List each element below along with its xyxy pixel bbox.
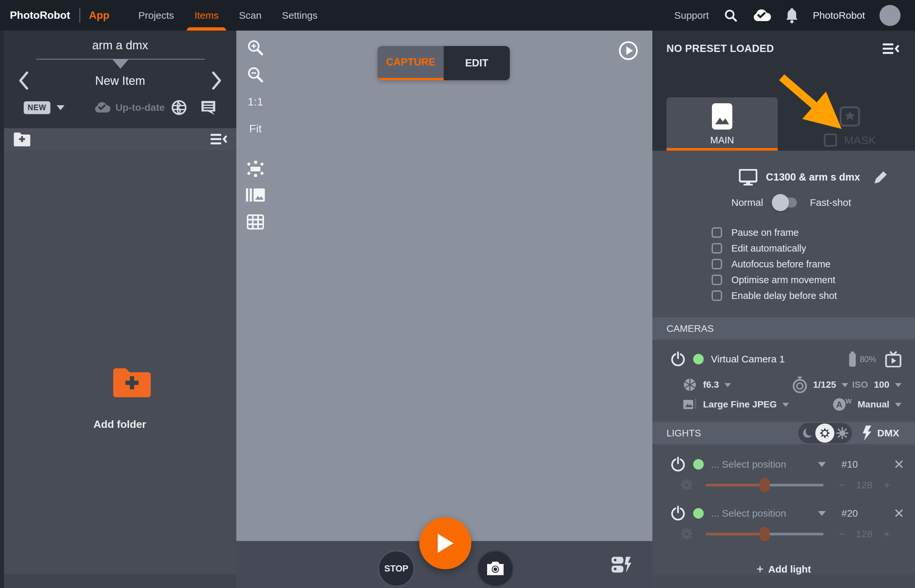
preset-title: NO PRESET LOADED — [667, 43, 774, 55]
test-shots-button[interactable]: Test shots — [4, 574, 236, 588]
tab-capture[interactable]: CAPTURE — [377, 46, 444, 80]
light-power-icon[interactable] — [671, 457, 685, 472]
tab-edit[interactable]: EDIT — [444, 46, 510, 80]
light-power-icon[interactable] — [671, 506, 685, 521]
edit-device-pencil-icon[interactable] — [873, 170, 888, 185]
support-link[interactable]: Support — [674, 10, 709, 21]
increase-button[interactable]: + — [884, 528, 890, 540]
caret-down-icon — [818, 510, 826, 516]
option-autofocus-before-frame[interactable]: Autofocus before frame — [712, 258, 837, 270]
light-intensity-slider[interactable] — [706, 533, 824, 535]
cameras-flash-icon[interactable] — [611, 556, 632, 573]
collapse-folder-list-icon[interactable] — [210, 132, 227, 146]
caret-down-icon — [895, 402, 902, 407]
aperture-value: f6.3 — [703, 380, 719, 390]
capture-canvas[interactable]: 1:1 Fit CAPTURE EDIT — [236, 31, 653, 541]
light-mode-pill[interactable] — [798, 423, 852, 443]
checkbox[interactable] — [712, 275, 722, 285]
stop-button[interactable]: STOP — [378, 550, 415, 587]
fast-shot-toggle[interactable] — [776, 198, 797, 207]
camera-name: Virtual Camera 1 — [711, 354, 785, 365]
account-name[interactable]: PhotoRobot — [813, 10, 865, 21]
light-intensity-slider[interactable] — [706, 484, 824, 486]
checkbox[interactable] — [712, 259, 722, 269]
brightness-auto-icon[interactable] — [815, 423, 834, 443]
checkbox[interactable] — [712, 227, 722, 238]
capture-edit-tabs: CAPTURE EDIT — [377, 46, 510, 80]
remove-light-icon[interactable]: ✕ — [893, 507, 904, 520]
moon-icon[interactable] — [802, 428, 813, 439]
add-folder-button[interactable]: Add folder — [4, 367, 236, 430]
white-balance-icon: AW — [833, 397, 852, 411]
add-light-button[interactable]: + Add light — [653, 562, 915, 576]
nav-item-projects[interactable]: Projects — [138, 0, 174, 31]
collapse-panel-icon[interactable] — [882, 42, 899, 55]
option-pause-on-frame[interactable]: Pause on frame — [712, 227, 837, 238]
mode-fastshot-label: Fast-shot — [810, 197, 851, 208]
cloud-sync-icon[interactable] — [752, 8, 771, 23]
white-balance-select[interactable]: AW Manual — [833, 397, 902, 411]
new-folder-icon[interactable] — [13, 132, 31, 146]
camera-icon — [486, 561, 505, 577]
brightness-icon — [680, 478, 693, 492]
checkbox[interactable] — [712, 243, 722, 254]
item-switcher: New Item — [4, 69, 236, 92]
status-caret-icon[interactable] — [56, 105, 65, 110]
option-edit-automatically[interactable]: Edit automatically — [712, 243, 837, 254]
light-position-select[interactable]: ... Select position — [711, 508, 786, 519]
battery-icon — [849, 352, 857, 367]
next-item-chevron-icon[interactable] — [211, 71, 222, 90]
comment-input[interactable] — [667, 586, 870, 588]
slider-knob[interactable] — [760, 478, 770, 492]
nav-item-settings[interactable]: Settings — [282, 0, 317, 31]
main-nav: Projects Items Scan Settings — [138, 0, 317, 31]
live-view-icon[interactable] — [885, 351, 902, 367]
option-optimise-arm-movement[interactable]: Optimise arm movement — [712, 274, 837, 286]
image-quality-select[interactable]: Large Fine JPEG — [683, 398, 789, 411]
start-capture-button[interactable] — [419, 517, 471, 569]
comments-icon[interactable] — [200, 100, 217, 115]
zoom-fit-button[interactable]: Fit — [243, 116, 268, 141]
grid-view-icon[interactable] — [243, 210, 268, 234]
checkbox[interactable] — [712, 291, 722, 301]
search-icon[interactable] — [724, 8, 738, 23]
light-status-dot — [693, 459, 704, 470]
device-name: C1300 & arm s dmx — [766, 171, 860, 183]
slider-fill — [706, 533, 764, 535]
remove-light-icon[interactable]: ✕ — [893, 458, 904, 471]
zoom-in-icon[interactable] — [243, 35, 268, 60]
zoom-out-icon[interactable] — [243, 62, 268, 87]
toggle-knob — [772, 194, 789, 211]
zoom-actual-button[interactable]: 1:1 — [243, 89, 268, 114]
tab-main[interactable]: MAIN — [667, 97, 778, 150]
play-preview-icon[interactable] — [618, 40, 638, 61]
dmx-toggle[interactable]: DMX — [862, 426, 899, 441]
photorobot-app: PhotoRobot App Projects Items Scan Setti… — [0, 0, 915, 588]
sun-icon[interactable] — [836, 427, 848, 439]
mask-checkbox[interactable] — [824, 134, 837, 147]
notifications-bell-icon[interactable] — [785, 8, 798, 23]
add-light-label: Add light — [768, 564, 811, 575]
light-position-select[interactable]: ... Select position — [711, 459, 786, 470]
decrease-button[interactable]: − — [839, 528, 845, 540]
nav-item-scan[interactable]: Scan — [239, 0, 261, 31]
avatar[interactable] — [879, 5, 900, 26]
light-table-icon[interactable] — [243, 156, 268, 181]
single-shot-button[interactable] — [477, 550, 514, 587]
status-badge[interactable]: NEW — [24, 101, 50, 114]
option-enable-delay-before-shot[interactable]: Enable delay before shot — [712, 290, 837, 301]
slider-knob[interactable] — [760, 527, 770, 541]
tab-mask[interactable]: MASK — [807, 102, 892, 150]
shutter-select[interactable]: 1/125 — [793, 376, 849, 393]
camera-power-icon[interactable] — [671, 352, 685, 367]
decrease-button[interactable]: − — [839, 479, 845, 491]
settings-panel: NO PRESET LOADED MAIN MASK C1 — [653, 31, 915, 588]
sidebar-edge-strip — [0, 31, 4, 588]
compare-images-icon[interactable] — [243, 183, 268, 207]
sync-status-label: Up-to-date — [115, 102, 165, 113]
web-publish-globe-icon[interactable] — [171, 100, 187, 115]
aperture-select[interactable]: f6.3 — [683, 378, 731, 392]
nav-item-items[interactable]: Items — [194, 0, 219, 31]
iso-select[interactable]: ISO 100 — [852, 380, 902, 390]
increase-button[interactable]: + — [884, 479, 890, 491]
